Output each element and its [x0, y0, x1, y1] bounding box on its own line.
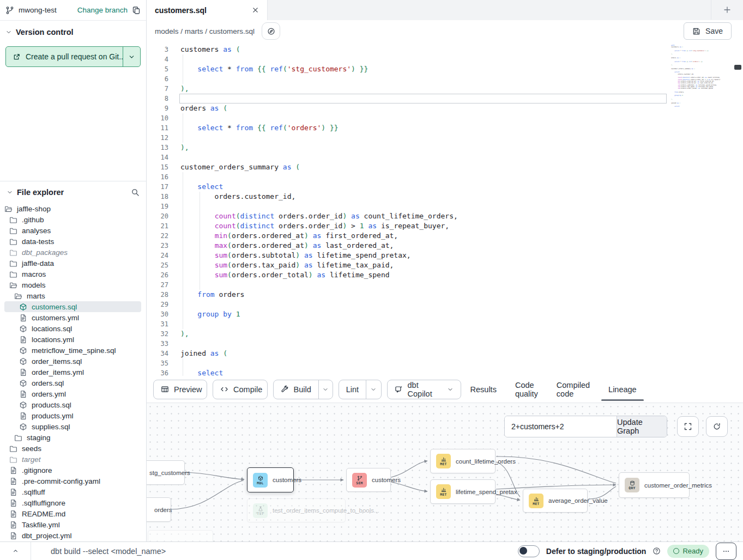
code-line-7[interactable]: 7), [147, 84, 743, 94]
code-line-21[interactable]: 21 count(distinct orders.order_id) > 1 a… [147, 221, 743, 231]
scrollbar-thumb[interactable] [734, 65, 741, 70]
code-line-27[interactable]: 27 [147, 280, 743, 290]
code-line-12[interactable]: 12 [147, 133, 743, 143]
file-tree-item-seeds[interactable]: seeds [4, 443, 141, 454]
dbt-copilot-button[interactable]: dbt Copilot [387, 380, 461, 399]
code-line-20[interactable]: 20 count(distinct orders.order_id) as co… [147, 211, 743, 221]
code-line-31[interactable]: 31 [147, 319, 743, 329]
code-editor[interactable]: 2with3customers as (45 select * from {{ … [147, 42, 743, 376]
chevron-down-icon[interactable] [7, 189, 13, 196]
file-tree-item-taskfile-yml[interactable]: Taskfile.yml [4, 519, 141, 530]
file-tree-item-marts[interactable]: marts [4, 290, 141, 301]
file-tree-item-locations-yml[interactable]: locations.yml [4, 334, 141, 345]
file-tree-item-dbt-project-yml[interactable]: dbt_project.yml [4, 530, 141, 541]
defer-toggle[interactable] [518, 545, 540, 557]
code-line-14[interactable]: 14 [147, 153, 743, 162]
code-line-5[interactable]: 5 select * from {{ ref('stg_customers') … [147, 64, 743, 74]
file-tree-item-order-items-sql[interactable]: order_items.sql [4, 356, 141, 367]
code-line-10[interactable]: 10 [147, 113, 743, 123]
search-icon[interactable] [131, 188, 140, 197]
compile-button[interactable]: Compile [213, 380, 268, 399]
code-line-29[interactable]: 29 [147, 300, 743, 309]
file-tree-item-macros[interactable]: macros [4, 269, 141, 279]
collapse-panel-button[interactable] [0, 547, 31, 555]
lineage-node-customers_semantic[interactable]: SEMcustomers [346, 468, 391, 492]
code-line-25[interactable]: 25 sum(orders.tax_paid) as lifetime_tax_… [147, 260, 743, 270]
update-graph-button[interactable]: Update Graph [617, 416, 667, 437]
code-line-34[interactable]: 34joined as ( [147, 349, 743, 358]
code-line-8[interactable]: 8 [147, 94, 743, 104]
file-tree-item-orders-yml[interactable]: orders.yml [4, 388, 141, 399]
tab-customers-sql[interactable]: customers.sql [147, 0, 268, 20]
code-line-13[interactable]: 13), [147, 143, 743, 153]
lineage-node-average_order_value[interactable]: METaverage_order_value [523, 489, 588, 513]
build-dropdown[interactable] [318, 380, 333, 399]
change-branch-link[interactable]: Change branch [77, 6, 128, 14]
lineage-node-customers_model[interactable]: MDLcustomers [247, 467, 294, 492]
create-pr-dropdown[interactable] [123, 47, 140, 66]
code-line-19[interactable]: 19 [147, 202, 743, 211]
refresh-button[interactable] [706, 416, 728, 437]
file-tree-item-target[interactable]: target [4, 454, 141, 465]
code-line-18[interactable]: 18 orders.customer_id, [147, 192, 743, 202]
more-options-button[interactable] [716, 543, 736, 560]
code-line-4[interactable]: 4 [147, 54, 743, 64]
docs-compass-button[interactable] [262, 22, 280, 40]
code-line-24[interactable]: 24 sum(orders.subtotal) as lifetime_spen… [147, 251, 743, 260]
lineage-node-count_lifetime_orders[interactable]: METcount_lifetime_orders [430, 449, 496, 473]
code-line-28[interactable]: 28 from orders [147, 290, 743, 300]
file-tree-item-models[interactable]: models [4, 279, 141, 290]
file-tree-item-dbt-packages[interactable]: dbt_packages [4, 247, 141, 258]
tab-compiled-code[interactable]: Compiled code [547, 376, 599, 403]
file-tree-item-products-yml[interactable]: products.yml [4, 410, 141, 421]
code-line-15[interactable]: 15customer_orders_summary as ( [147, 162, 743, 172]
copy-icon[interactable] [132, 6, 141, 15]
file-tree-item-jaffle-data[interactable]: jaffle-data [4, 258, 141, 269]
file-tree-item--sqlfluff[interactable]: .sqlfluff [4, 486, 141, 497]
code-line-6[interactable]: 6 [147, 74, 743, 84]
file-tree-item-metricflow-time-spine-sql[interactable]: metricflow_time_spine.sql [4, 345, 141, 356]
preview-button[interactable]: Preview [153, 380, 207, 399]
version-control-header[interactable]: Version control [0, 21, 146, 39]
code-line-36[interactable]: 36 select [147, 368, 743, 376]
code-line-16[interactable]: 16 [147, 172, 743, 182]
create-pr-button[interactable]: Create a pull request on Git... [5, 46, 141, 67]
code-line-17[interactable]: 17 select [147, 182, 743, 192]
lineage-node-orders[interactable]: orders [147, 497, 171, 522]
file-tree-item-locations-sql[interactable]: locations.sql [4, 323, 141, 334]
file-tree-item-data-tests[interactable]: data-tests [4, 236, 141, 247]
code-line-30[interactable]: 30 group by 1 [147, 309, 743, 319]
build-button[interactable]: Build [273, 380, 333, 399]
file-tree-item-jaffle-shop[interactable]: jaffle-shop [4, 203, 141, 214]
file-tree-item-products-sql[interactable]: products.sql [4, 399, 141, 410]
file-tree-item--pre-commit-config-yaml[interactable]: .pre-commit-config.yaml [4, 476, 141, 486]
close-icon[interactable] [252, 7, 259, 14]
file-tree-item--sqlfluffignore[interactable]: .sqlfluffignore [4, 497, 141, 508]
code-line-23[interactable]: 23 max(orders.ordered_at) as last_ordere… [147, 241, 743, 251]
save-button[interactable]: Save [684, 22, 732, 40]
file-tree-item--gitignore[interactable]: .gitignore [4, 465, 141, 476]
file-tree-item-order-items-yml[interactable]: order_items.yml [4, 367, 141, 378]
help-icon[interactable] [653, 547, 661, 555]
file-tree-item-customers-yml[interactable]: customers.yml [4, 312, 141, 323]
code-line-26[interactable]: 26 sum(orders.order_total) as lifetime_s… [147, 270, 743, 280]
file-tree-item--github[interactable]: .github [4, 214, 141, 225]
lineage-node-lifetime_spend_pretax[interactable]: METlifetime_spend_pretax [430, 479, 496, 504]
file-tree-item-readme-md[interactable]: README.md [4, 508, 141, 519]
command-input[interactable]: dbt build --select <model_name> [51, 547, 166, 556]
new-tab-button[interactable] [711, 0, 743, 20]
lineage-selector-input[interactable] [505, 416, 617, 437]
tab-lineage[interactable]: Lineage [599, 376, 646, 403]
lineage-node-stg_customers[interactable]: stg_customers [147, 460, 185, 485]
lint-dropdown[interactable] [366, 380, 380, 399]
code-line-32[interactable]: 32), [147, 329, 743, 339]
code-line-9[interactable]: 9orders as ( [147, 104, 743, 113]
code-line-3[interactable]: 3customers as ( [147, 45, 743, 54]
fullscreen-button[interactable] [677, 416, 699, 437]
lint-button[interactable]: Lint [339, 380, 382, 399]
tab-code-quality[interactable]: Code quality [506, 376, 547, 403]
code-line-11[interactable]: 11 select * from {{ ref('orders') }} [147, 123, 743, 133]
tab-results[interactable]: Results [461, 376, 506, 403]
file-tree-item-orders-sql[interactable]: orders.sql [4, 378, 141, 388]
code-line-35[interactable]: 35 [147, 358, 743, 368]
